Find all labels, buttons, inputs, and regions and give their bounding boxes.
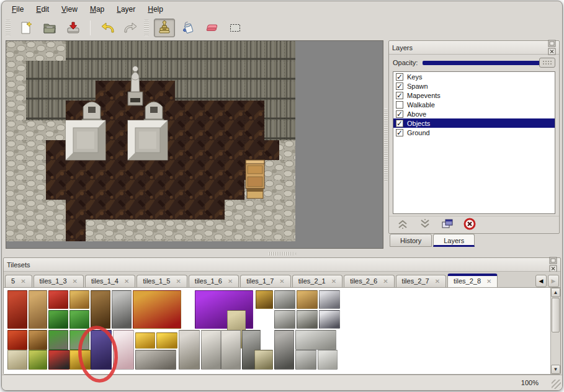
scroll-up-button[interactable]: ▲ <box>551 288 560 297</box>
tileset-tab-tiles_1_6[interactable]: tiles_1_6✕ <box>189 275 239 287</box>
layer-row-above[interactable]: ✓Above <box>393 109 555 118</box>
tileset-tab-tiles_2_1[interactable]: tiles_2_1✕ <box>292 275 342 287</box>
scrollbar-thumb[interactable] <box>552 298 560 332</box>
open-button[interactable] <box>39 19 60 37</box>
layer-checkbox[interactable] <box>396 101 403 109</box>
tileset-tab-tiles_1_7[interactable]: tiles_1_7✕ <box>240 275 290 287</box>
tile-angel-statue-2[interactable] <box>221 330 241 370</box>
opacity-slider-track[interactable] <box>423 61 554 65</box>
map-canvas[interactable] <box>6 40 383 249</box>
scroll-tabs-right-button[interactable]: ▶ <box>548 275 559 287</box>
tile-gate-gray[interactable] <box>112 290 132 329</box>
float-panel-button[interactable] <box>548 257 557 265</box>
tab-close-icon[interactable]: ✕ <box>383 278 388 285</box>
layer-row-mapevents[interactable]: ✓Mapevents <box>393 91 555 100</box>
tab-close-icon[interactable]: ✕ <box>279 278 284 285</box>
tile-scepter-gold[interactable] <box>135 332 155 349</box>
splitter-grip[interactable] <box>384 109 388 182</box>
float-panel-button[interactable] <box>547 40 556 48</box>
menu-layer[interactable]: Layer <box>113 3 139 16</box>
scroll-tabs-left-button[interactable]: ◀ <box>535 275 547 287</box>
tile-throne-red[interactable] <box>133 290 181 329</box>
tileset-tab-tiles_2_7[interactable]: tiles_2_7✕ <box>396 275 446 287</box>
tile-armor-helm[interactable] <box>319 290 340 309</box>
raise-layer-button[interactable] <box>395 218 410 232</box>
dock-tab-history[interactable]: History <box>390 234 432 247</box>
layer-checkbox[interactable]: ✓ <box>396 73 403 81</box>
vertical-splitter[interactable] <box>383 40 388 250</box>
tile-dresser-mirror[interactable] <box>69 290 89 309</box>
tile-armor-pile[interactable] <box>297 310 318 329</box>
tile-banner-green[interactable] <box>29 350 47 370</box>
layer-row-walkable[interactable]: Walkable <box>393 100 555 109</box>
tileset-content[interactable]: ▲ ▼ <box>4 287 560 374</box>
tile-stone-slab-wide[interactable] <box>295 330 336 350</box>
tileset-tab-tiles_1_5[interactable]: tiles_1_5✕ <box>137 275 187 287</box>
menu-edit[interactable]: Edit <box>32 3 53 16</box>
tile-leaf-plant[interactable] <box>69 310 89 329</box>
tile-banner-red[interactable] <box>7 290 27 329</box>
scroll-down-button[interactable]: ▼ <box>551 365 560 374</box>
duplicate-layer-button[interactable] <box>440 218 455 232</box>
tileset-tab-tiles_2_8[interactable]: tiles_2_8✕ <box>447 274 498 287</box>
tileset-scrollbar[interactable]: ▲ ▼ <box>550 288 560 374</box>
tile-gold-pile[interactable] <box>156 332 177 349</box>
tile-door-purple[interactable] <box>91 330 112 370</box>
tile-banner-emblem[interactable] <box>7 330 27 350</box>
select-tool-button[interactable] <box>225 19 246 37</box>
tile-bench-stone-2[interactable] <box>274 310 295 329</box>
undo-button[interactable] <box>97 19 118 37</box>
tile-slab-light[interactable] <box>318 350 338 370</box>
save-button[interactable] <box>63 19 84 37</box>
layer-checkbox[interactable]: ✓ <box>396 129 403 136</box>
tab-close-icon[interactable]: ✕ <box>176 278 181 285</box>
delete-layer-button[interactable] <box>462 218 477 232</box>
tile-cross-gold[interactable] <box>69 350 91 370</box>
tab-close-icon[interactable]: ✕ <box>20 278 25 285</box>
tile-portrait-king[interactable] <box>256 290 273 309</box>
opacity-slider[interactable] <box>423 58 555 68</box>
tab-close-icon[interactable]: ✕ <box>73 278 78 285</box>
dock-tab-layers[interactable]: Layers <box>433 234 475 247</box>
menu-help[interactable]: Help <box>144 3 167 16</box>
tile-angel-statue-1[interactable] <box>201 330 221 370</box>
tab-close-icon[interactable]: ✕ <box>124 278 129 285</box>
tab-close-icon[interactable]: ✕ <box>228 278 233 285</box>
tab-close-icon[interactable]: ✕ <box>435 278 440 285</box>
layer-checkbox[interactable]: ✓ <box>396 110 403 118</box>
tileset-tab-tiles_2_6[interactable]: tiles_2_6✕ <box>344 275 394 287</box>
stamp-tool-button[interactable] <box>154 19 175 37</box>
new-button[interactable] <box>16 19 37 37</box>
tileset-tab-5[interactable]: 5✕ <box>5 275 32 287</box>
splitter-grip[interactable] <box>269 252 296 256</box>
eraser-tool-button[interactable] <box>201 19 222 37</box>
toolbar-drag-handle[interactable] <box>6 20 11 36</box>
tileset-tab-tiles_1_3[interactable]: tiles_1_3✕ <box>34 275 84 287</box>
tile-crate-wood[interactable] <box>297 290 318 309</box>
tile-palm-plant[interactable] <box>48 310 68 329</box>
tile-rock-mound[interactable] <box>135 350 176 370</box>
tile-cushion-red[interactable] <box>48 290 68 309</box>
redo-button[interactable] <box>120 19 141 37</box>
tile-bench-stone-1[interactable] <box>274 290 295 309</box>
tab-close-icon[interactable]: ✕ <box>486 278 491 285</box>
tile-pillar-post[interactable] <box>274 330 294 370</box>
tile-potted-palm[interactable] <box>48 330 68 350</box>
tile-pot-plant[interactable] <box>69 330 89 350</box>
horizontal-splitter[interactable] <box>2 250 562 257</box>
layer-row-spawn[interactable]: ✓Spawn <box>393 81 555 91</box>
layer-row-ground[interactable]: ✓Ground <box>393 128 555 137</box>
tile-door-wood[interactable] <box>91 290 110 329</box>
toolbar-drag-handle[interactable] <box>144 20 149 36</box>
layer-checkbox[interactable]: ✓ <box>396 82 403 90</box>
tile-weapon-rack[interactable] <box>29 290 47 329</box>
tile-statue-hooded[interactable] <box>179 330 200 370</box>
tile-cushion-dark[interactable] <box>48 350 69 370</box>
layer-row-objects[interactable]: ✓Objects <box>393 118 555 128</box>
menu-map[interactable]: Map <box>86 3 108 16</box>
tile-slab-dark[interactable] <box>295 350 316 370</box>
layer-checkbox[interactable]: ✓ <box>396 92 403 99</box>
tab-close-icon[interactable]: ✕ <box>331 278 336 285</box>
menu-view[interactable]: View <box>58 3 81 16</box>
menu-file[interactable]: File <box>8 3 27 16</box>
